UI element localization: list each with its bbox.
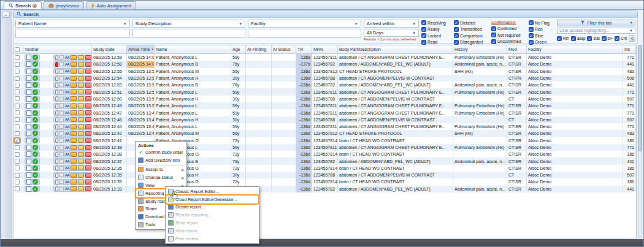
monitor-icon[interactable] (85, 55, 91, 60)
patient-info-icon[interactable]: AA (65, 104, 69, 108)
checkbox-checked-icon[interactable]: ✓ (454, 40, 459, 45)
status-filter-checkbox[interactable]: ✓Ready (421, 27, 451, 32)
note-icon[interactable] (26, 82, 31, 88)
row-checkbox[interactable]: ✓ (15, 138, 20, 143)
mic-icon[interactable] (55, 165, 58, 170)
monitor-icon[interactable] (85, 69, 91, 74)
note-icon[interactable] (26, 145, 31, 150)
monitor-icon[interactable] (85, 152, 91, 157)
monitor-icon[interactable] (85, 180, 91, 184)
row-checkbox[interactable] (15, 124, 20, 129)
status-check-icon[interactable]: ✓ (33, 172, 38, 178)
note-icon[interactable] (26, 69, 31, 74)
status-filter-checkbox[interactable]: ✓Comparison (454, 33, 488, 38)
status-filter-checkbox[interactable]: ✓Confirmed (491, 26, 526, 31)
folder-open-icon[interactable] (78, 145, 84, 150)
folder-icon[interactable] (71, 152, 77, 157)
mic-icon[interactable] (55, 159, 58, 164)
status-filter-checkbox[interactable]: ✓Transcribed (454, 27, 488, 32)
table-row[interactable]: ✓AA⇄08/22/25 12:39Patient, Anonymous L59… (13, 144, 636, 151)
mic-icon[interactable] (55, 62, 58, 67)
row-checkbox[interactable] (15, 159, 20, 164)
patient-info-icon[interactable]: AA (65, 56, 69, 59)
mic-icon[interactable] (55, 117, 58, 122)
note-icon[interactable] (26, 110, 31, 116)
table-row[interactable]: ✓AA⇄08/22/25 12:4608/22/25 13:48Patient,… (13, 116, 636, 123)
row-checkbox[interactable] (15, 104, 20, 108)
table-row[interactable]: ✓AA⇄08/22/25 12:5308/22/25 13:55Patient,… (13, 82, 636, 88)
row-checkbox[interactable] (15, 145, 20, 150)
blank-icon[interactable] (59, 90, 64, 94)
status-check-icon[interactable]: ✓ (33, 89, 38, 95)
status-filter-checkbox[interactable]: ✓Red (529, 27, 554, 32)
table-row[interactable]: ✓AA⇄08/22/25 12:4408/22/25 13:47Patient,… (13, 123, 636, 130)
table-row[interactable]: ✓✓AA⇄08/22/25 12:41Patient, Anonymous O7… (13, 137, 636, 144)
patient-info-icon[interactable]: AA (65, 180, 69, 184)
row-checkbox[interactable] (15, 117, 20, 122)
note-icon[interactable] (26, 96, 31, 102)
blank-icon[interactable] (59, 69, 64, 74)
monitor-icon[interactable] (85, 173, 91, 178)
period-dropdown[interactable]: All Days▼ (364, 29, 419, 37)
blank-icon[interactable] (59, 139, 64, 143)
note-icon[interactable] (26, 75, 31, 81)
folder-icon[interactable] (71, 83, 77, 88)
status-filter-checkbox[interactable]: ✓Not required (491, 32, 526, 37)
mic-icon[interactable] (55, 55, 58, 60)
patient-info-icon[interactable]: AA (65, 173, 69, 177)
priority-checkbox[interactable]: ✓Crit (615, 36, 627, 41)
status-check-icon[interactable]: ✓ (33, 138, 38, 143)
row-checkbox[interactable] (15, 76, 20, 81)
column-header-MRN[interactable]: MRN (312, 45, 338, 53)
mic-icon[interactable] (55, 138, 58, 143)
checkbox-checked-icon[interactable]: ✓ (454, 20, 459, 25)
note-icon[interactable] (26, 179, 31, 184)
status-filter-checkbox[interactable]: ✓Green (529, 40, 554, 45)
folder-open-icon[interactable] (78, 159, 84, 164)
status-check-icon[interactable]: ✓ (33, 124, 38, 129)
table-row[interactable]: ✓AA⇄08/22/25 12:5808/22/25 14:00Patient,… (13, 61, 636, 67)
status-filter-checkbox[interactable]: ✓Receiving (421, 20, 451, 25)
vertical-scrollbar[interactable] (638, 45, 642, 238)
blank-icon[interactable] (59, 104, 64, 108)
user-access-highlighting-select[interactable]: User access highlighting... ▼ (557, 28, 635, 34)
checkbox-checked-icon[interactable]: ✓ (529, 33, 534, 38)
close-icon[interactable]: × (33, 4, 37, 8)
folder-icon[interactable] (71, 89, 77, 94)
monitor-icon[interactable] (85, 186, 91, 191)
status-check-icon[interactable]: ✓ (33, 186, 38, 192)
table-row[interactable]: ✓AA⇄08/22/25 12:5008/22/25 13:52Patient,… (13, 96, 636, 102)
note-icon[interactable] (26, 172, 31, 178)
status-filter-checkbox[interactable]: ✓Dictated (454, 20, 488, 25)
note-icon[interactable] (26, 124, 31, 129)
folder-open-icon[interactable] (78, 96, 84, 101)
checkbox-checked-icon[interactable]: ✓ (529, 20, 534, 25)
table-row[interactable]: ✓AA⇄08/22/25 12:5108/22/25 13:54Patient,… (13, 88, 636, 95)
monitor-icon[interactable] (85, 104, 91, 108)
monitor-icon[interactable] (85, 138, 91, 143)
folder-icon[interactable] (71, 69, 77, 74)
status-check-icon[interactable]: ✓ (33, 75, 38, 81)
folder-open-icon[interactable] (78, 83, 84, 88)
status-filter-checkbox[interactable]: ✓Read (421, 40, 451, 45)
checkbox-checked-icon[interactable]: ✓ (529, 40, 534, 45)
note-icon[interactable] (26, 165, 31, 171)
priority-checkbox[interactable]: ✓st+ (602, 36, 613, 41)
mic-icon[interactable] (55, 96, 58, 101)
column-header-Mod[interactable]: Mod (507, 45, 527, 53)
mic-icon[interactable] (55, 69, 58, 74)
priority-checkbox[interactable]: ✓stat (587, 36, 599, 41)
folder-icon[interactable] (71, 96, 77, 101)
patient-info-icon[interactable]: AA (65, 146, 69, 150)
mic-icon[interactable] (55, 110, 58, 115)
table-row[interactable]: ✓AA⇄08/22/25 12:5408/22/25 13:56Patient,… (13, 75, 636, 82)
menu-item-change-status[interactable]: Change status▶ (136, 173, 186, 181)
row-checkbox[interactable] (15, 96, 20, 101)
blank-icon[interactable] (59, 159, 64, 164)
collapse-panel-button[interactable]: » (2, 12, 10, 18)
column-header-Name[interactable]: Name (155, 45, 231, 53)
folder-icon[interactable] (71, 117, 77, 122)
status-check-icon[interactable]: ✓ (33, 103, 38, 108)
mic-icon[interactable] (55, 89, 58, 94)
row-checkbox[interactable] (15, 55, 20, 60)
